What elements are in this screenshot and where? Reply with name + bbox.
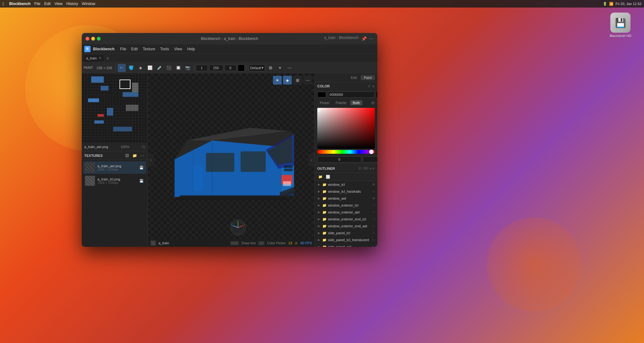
tab-paint[interactable]: Paint	[361, 75, 375, 80]
nav-right-arrow[interactable]: ›	[308, 154, 314, 166]
rgb-r-input[interactable]	[317, 156, 361, 163]
texture-item-0[interactable]: a_train_ael.png 1344 × 1344px 💾	[83, 161, 146, 174]
rgb-g-input[interactable]	[363, 156, 377, 163]
minimize-button[interactable]	[91, 37, 95, 41]
texture-add-image-btn[interactable]: 🖼	[124, 153, 130, 158]
color-preview[interactable]	[317, 92, 326, 97]
expand-icon-7[interactable]: ▶	[317, 231, 321, 235]
outliner-tool-btn-folder[interactable]: 📁	[317, 174, 324, 180]
tool-pencil[interactable]: ✏	[118, 64, 126, 72]
tab-add-button[interactable]: +	[105, 55, 111, 61]
tool-gradient[interactable]: ◈	[136, 64, 145, 72]
app-menu-view[interactable]: View	[172, 46, 184, 52]
more-icon[interactable]: ⋯	[369, 36, 374, 41]
color-section-expand[interactable]: ∨	[372, 84, 375, 88]
more-options-btn[interactable]: ⋯	[285, 64, 293, 72]
viewport-tool-light[interactable]: ☀	[273, 76, 282, 85]
app-menu-tools[interactable]: Tools	[158, 46, 171, 52]
menubar-edit[interactable]: Edit	[44, 2, 51, 6]
outliner-item-9[interactable]: ▶ 📁 side_panel_ael 👁	[315, 243, 377, 247]
list-view-btn[interactable]: ≡	[276, 64, 284, 72]
outliner-item-6[interactable]: ▶ 📁 window_exterior_end_ael 👁	[315, 223, 377, 230]
app-menu-edit[interactable]: Edit	[129, 46, 140, 52]
outliner-eye-5[interactable]: 👁	[372, 217, 375, 221]
tab-a-train[interactable]: a_train ✕	[84, 55, 104, 62]
expand-icon-3[interactable]: ▶	[317, 203, 321, 207]
tool-selection[interactable]: ⬛	[165, 64, 173, 72]
texture-item-1[interactable]: a_train_tcl.png 1344 × 1344px 💾	[83, 174, 146, 187]
color-picker-gradient[interactable]	[317, 108, 375, 149]
menubar-app-name[interactable]: Blockbench	[9, 2, 31, 6]
menubar-history[interactable]: History	[66, 2, 78, 6]
expand-icon-4[interactable]: ▶	[317, 210, 321, 214]
tool-color-picker[interactable]: 💉	[155, 64, 164, 72]
default-dropdown[interactable]: Default ▾	[249, 64, 265, 71]
menubar-file[interactable]: File	[34, 2, 40, 6]
texture-action-save-0[interactable]: 💾	[139, 165, 144, 170]
viewport[interactable]: ☀ ◈ ⊞ ⋯ X Y	[148, 73, 314, 247]
outliner-item-4[interactable]: ▶ 📁 window_exterior_ael 👁	[315, 209, 377, 216]
outliner-expand-icon[interactable]: ∨	[372, 166, 375, 170]
color-swatch[interactable]	[238, 64, 245, 71]
texture-fit-icon[interactable]: ⊡	[142, 145, 145, 149]
outliner-item-5[interactable]: ▶ 📁 window_exterior_end_tcl 👁	[315, 216, 377, 223]
outliner-eye-0[interactable]: 👁	[372, 183, 375, 186]
picker-settings-gear[interactable]: ⚙	[371, 101, 375, 105]
texture-add-btn[interactable]: 📁	[132, 153, 137, 158]
outliner-menu-icon[interactable]: ≡	[370, 167, 372, 170]
outliner-eye-9[interactable]: 👁	[372, 245, 375, 247]
expand-icon-1[interactable]: ▶	[317, 189, 321, 194]
close-button[interactable]	[86, 37, 89, 41]
picker-tab-picker[interactable]: Picker	[317, 100, 332, 105]
value-input[interactable]	[225, 65, 236, 71]
expand-icon-6[interactable]: ▶	[317, 224, 321, 228]
outliner-item-1[interactable]: ▶ 📁 window_tcl_handrails 👁	[315, 188, 377, 195]
outliner-item-3[interactable]: ▶ 📁 window_exterior_tcl 👁	[315, 202, 377, 209]
brush-size-input[interactable]	[196, 65, 208, 71]
nav-left-arrow[interactable]: ‹	[148, 154, 154, 166]
maximize-button[interactable]	[97, 37, 101, 41]
picker-tab-both[interactable]: Both	[350, 100, 363, 105]
color-section-menu[interactable]: ≡	[368, 84, 370, 88]
app-menu-file[interactable]: File	[118, 46, 128, 52]
outliner-eye-8[interactable]: 👁	[372, 238, 375, 242]
tool-camera[interactable]: 📷	[184, 64, 192, 72]
outliner-eye-7[interactable]: 👁	[372, 231, 375, 235]
outliner-item-0[interactable]: ▶ 📁 window_tcl 👁	[315, 181, 377, 188]
outliner-eye-1[interactable]: 👁	[372, 190, 375, 193]
apple-menu[interactable]: 	[3, 1, 4, 6]
desktop-icon-macintosh-hd[interactable]: 💾 Macintosh HD	[610, 13, 631, 38]
xyz-globe[interactable]: X Y Z	[230, 220, 246, 235]
expand-icon-2[interactable]: ▶	[317, 196, 321, 201]
tab-close-btn[interactable]: ✕	[99, 56, 101, 60]
texture-action-save-1[interactable]: 💾	[139, 178, 144, 184]
color-hex-input[interactable]	[328, 91, 375, 98]
hue-bar-container[interactable]	[317, 150, 375, 154]
pin-icon[interactable]: 📌	[361, 36, 367, 41]
textures-menu-btn[interactable]: ⋯	[139, 153, 145, 158]
outliner-eye-6[interactable]: 👁	[372, 224, 375, 228]
tool-stamp[interactable]: 🔲	[174, 64, 182, 72]
viewport-tool-options[interactable]: ⋯	[303, 76, 312, 85]
menubar-view[interactable]: View	[54, 2, 63, 6]
outliner-eye-4[interactable]: 👁	[372, 210, 375, 214]
outliner-eye-2[interactable]: 👁	[372, 196, 375, 200]
color-gradient-preview[interactable]	[376, 92, 377, 97]
menubar-window[interactable]: Window	[82, 2, 95, 6]
outliner-tool-btn-cube[interactable]: ⬜	[325, 174, 331, 180]
outliner-eye-3[interactable]: 👁	[372, 203, 375, 207]
tab-edit[interactable]: Edit	[348, 75, 360, 80]
opacity-input[interactable]	[209, 65, 223, 71]
tool-fill[interactable]: 🪣	[127, 64, 135, 72]
app-menu-texture[interactable]: Texture	[141, 46, 157, 52]
viewport-tool-wireframe[interactable]: ◈	[283, 76, 292, 85]
expand-icon-0[interactable]: ▶	[317, 182, 321, 187]
outliner-item-8[interactable]: ▶ 📁 side_panel_tcl_translucent 👁	[315, 236, 377, 243]
tool-eraser[interactable]: ⬜	[146, 64, 154, 72]
picker-tab-palette[interactable]: Palette	[333, 100, 349, 105]
outliner-item-7[interactable]: ▶ 📁 side_panel_tcl 👁	[315, 230, 377, 236]
outliner-item-2[interactable]: ▶ 📁 window_ael 👁	[315, 195, 377, 202]
texture-canvas[interactable]	[82, 73, 147, 142]
viewport-tool-grid[interactable]: ⊞	[293, 76, 302, 85]
app-menu-help[interactable]: Help	[185, 46, 197, 52]
